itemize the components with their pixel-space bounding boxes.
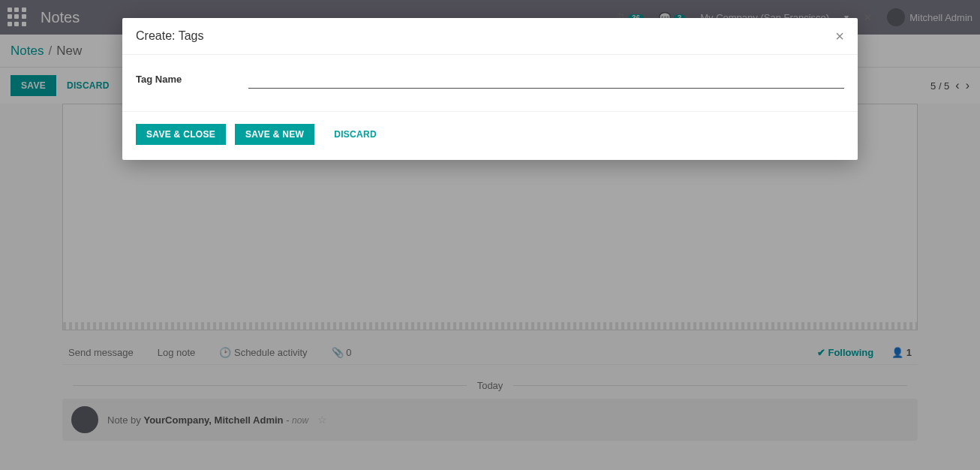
close-icon[interactable]: × [835, 29, 844, 44]
tag-name-label: Tag Name [136, 74, 248, 85]
modal-discard-button[interactable]: DISCARD [323, 124, 387, 145]
save-and-close-button[interactable]: SAVE & CLOSE [136, 124, 226, 145]
dialog-title: Create: Tags [136, 29, 203, 43]
create-tags-dialog: Create: Tags × Tag Name SAVE & CLOSE SAV… [122, 18, 858, 160]
tag-name-input[interactable] [248, 70, 844, 89]
modal-backdrop[interactable]: Create: Tags × Tag Name SAVE & CLOSE SAV… [0, 0, 980, 470]
save-and-new-button[interactable]: SAVE & NEW [235, 124, 314, 145]
